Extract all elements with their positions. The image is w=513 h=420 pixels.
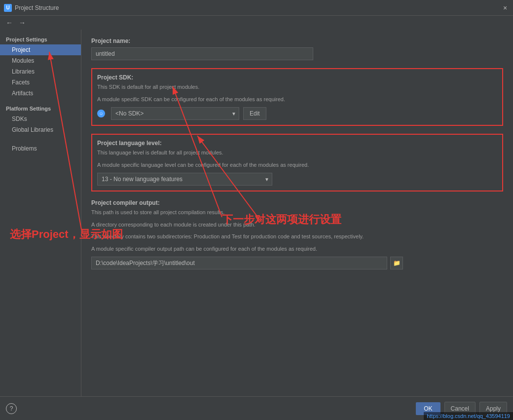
project-sdk-desc2: A module specific SDK can be configured …: [97, 95, 497, 104]
compiler-desc3: This directory contains two subdirectori…: [91, 232, 503, 241]
project-language-level-desc2: A module specific language level can be …: [97, 161, 497, 169]
compiler-output-path-input[interactable]: [91, 257, 387, 269]
sidebar-item-project[interactable]: Project: [0, 44, 81, 55]
back-button[interactable]: ←: [4, 18, 15, 28]
project-language-level-section: Project language level: This language le…: [91, 134, 503, 191]
right-panel: Project name: Project SDK: This SDK is d…: [81, 30, 513, 396]
sdk-icon: ☺: [97, 110, 105, 117]
main-content: Project Settings Project Modules Librari…: [0, 30, 513, 396]
sdk-row: ☺ <No SDK> ▼ Edit: [97, 107, 497, 120]
compiler-desc1: This path is used to store all project c…: [91, 208, 503, 217]
dialog-title: Project Structure: [15, 4, 501, 11]
sidebar-item-facets[interactable]: Facets: [0, 77, 81, 88]
compiler-desc2: A directory corresponding to each module…: [91, 221, 503, 229]
compiler-output-path-row: 📁: [91, 257, 503, 269]
compiler-desc4: A module specific compiler output path c…: [91, 245, 503, 253]
sdk-edit-button[interactable]: Edit: [243, 107, 266, 120]
project-sdk-label: Project SDK:: [97, 74, 497, 81]
browse-folder-button[interactable]: 📁: [390, 257, 403, 269]
project-compiler-output-section: Project compiler output: This path is us…: [91, 199, 503, 269]
project-language-level-label: Project language level:: [97, 140, 497, 147]
sidebar-item-modules[interactable]: Modules: [0, 55, 81, 66]
help-button[interactable]: ?: [6, 403, 17, 414]
close-button[interactable]: ×: [501, 4, 509, 12]
forward-button[interactable]: →: [17, 18, 28, 28]
sidebar-item-sdks[interactable]: SDKs: [0, 114, 81, 124]
project-compiler-output-label: Project compiler output:: [91, 199, 503, 206]
project-structure-dialog: U Project Structure × ← → Project Settin…: [0, 0, 513, 420]
sidebar: Project Settings Project Modules Librari…: [0, 30, 81, 396]
project-name-label: Project name:: [91, 38, 503, 44]
platform-settings-label: Platform Settings: [0, 103, 81, 114]
project-name-section: Project name:: [91, 38, 503, 60]
project-settings-label: Project Settings: [0, 34, 81, 44]
sdk-select[interactable]: <No SDK>: [111, 107, 239, 120]
sidebar-item-global-libraries[interactable]: Global Libraries: [0, 124, 81, 135]
sdk-select-wrapper: <No SDK> ▼: [111, 107, 239, 120]
language-level-select[interactable]: 13 - No new language features: [97, 173, 272, 186]
language-level-select-wrapper: 13 - No new language features ▼: [97, 173, 272, 186]
bottom-left: ?: [6, 403, 17, 414]
project-language-level-desc1: This language level is default for all p…: [97, 149, 497, 157]
app-icon: U: [4, 4, 12, 12]
sidebar-item-libraries[interactable]: Libraries: [0, 66, 81, 77]
title-bar: U Project Structure ×: [0, 0, 513, 16]
project-sdk-section: Project SDK: This SDK is default for all…: [91, 68, 503, 126]
project-sdk-desc1: This SDK is default for all project modu…: [97, 83, 497, 91]
sidebar-item-problems[interactable]: Problems: [0, 143, 81, 154]
project-name-input[interactable]: [91, 47, 313, 60]
sidebar-item-artifacts[interactable]: Artifacts: [0, 88, 81, 99]
csdn-link: https://blog.csdn.net/qq_43594119: [424, 412, 513, 420]
toolbar: ← →: [0, 16, 513, 30]
